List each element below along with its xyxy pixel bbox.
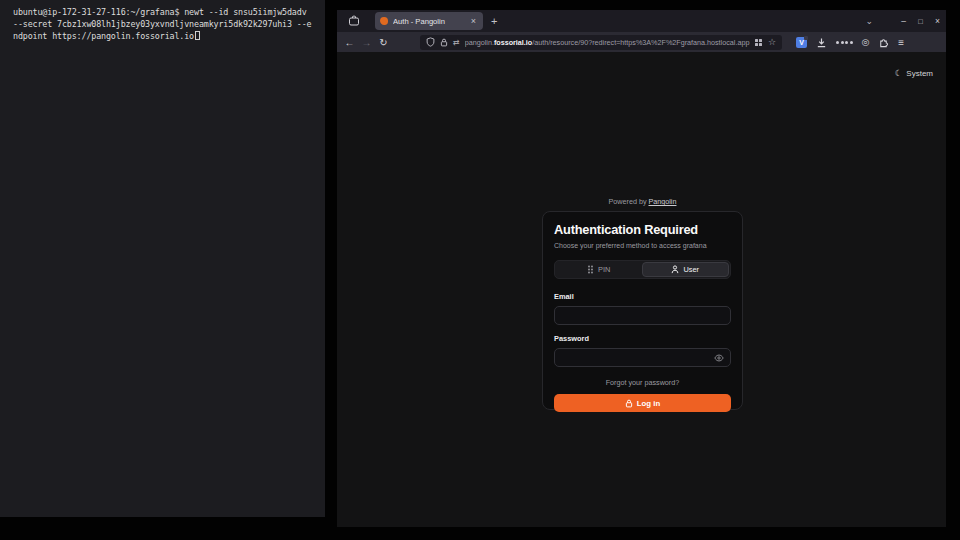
- back-button[interactable]: ←: [341, 37, 358, 48]
- terminal-cursor: [195, 31, 200, 40]
- email-field-wrap: [554, 306, 731, 325]
- card-title: Authentication Required: [554, 222, 731, 237]
- hamburger-menu-icon[interactable]: ≡: [898, 37, 904, 48]
- terminal-line: ndpoint https://pangolin.fossorial.io: [13, 30, 325, 42]
- moon-icon: ☾: [895, 68, 903, 78]
- pangolin-link[interactable]: Pangolin: [648, 197, 676, 206]
- email-label: Email: [554, 292, 731, 301]
- terminal-line: ubuntu@ip-172-31-27-116:~/grafana$ newt …: [13, 6, 325, 18]
- forward-button[interactable]: →: [358, 37, 375, 48]
- reload-button[interactable]: ↻: [375, 37, 392, 48]
- bookmark-star-icon[interactable]: ☆: [768, 37, 776, 47]
- password-label: Password: [554, 334, 731, 343]
- show-password-eye-icon[interactable]: [714, 354, 724, 362]
- forgot-password-link[interactable]: Forgot your password?: [554, 378, 731, 387]
- navigation-toolbar: ← → ↻ ⇄ pangolin.fossorial.io/auth/resou…: [337, 32, 946, 52]
- auth-card: Authentication Required Choose your pref…: [542, 211, 743, 410]
- page-content: ☾ System Powered by Pangolin Authenticat…: [337, 52, 946, 527]
- vimium-extension-icon[interactable]: V: [796, 37, 807, 48]
- browser-window: Auth - Pangolin × + ⌄ – □ × ← → ↻ ⇄ pang…: [337, 10, 946, 527]
- window-maximize-button[interactable]: □: [912, 17, 929, 26]
- tab-user-label: User: [683, 265, 699, 274]
- login-button[interactable]: Log in: [554, 394, 731, 412]
- extension-badge: [804, 36, 808, 40]
- email-field[interactable]: [561, 311, 724, 320]
- pangolin-favicon-icon: [380, 17, 388, 25]
- login-button-label: Log in: [637, 399, 660, 408]
- tracking-shield-icon[interactable]: [426, 37, 435, 47]
- privacy-circle-icon[interactable]: ◎: [862, 37, 870, 47]
- tab-user[interactable]: User: [642, 262, 730, 277]
- keypad-icon: [587, 265, 594, 274]
- url-text[interactable]: pangolin.fossorial.io/auth/resource/90?r…: [465, 35, 751, 50]
- password-field-wrap: [554, 348, 731, 367]
- theme-toggle-label: System: [906, 69, 933, 78]
- tab-close-icon[interactable]: ×: [469, 16, 478, 27]
- lock-icon[interactable]: [440, 38, 448, 47]
- window-minimize-button[interactable]: –: [895, 16, 912, 26]
- user-icon: [671, 265, 679, 274]
- card-subtitle: Choose your preferred method to access g…: [554, 242, 731, 249]
- tab-auth-pangolin[interactable]: Auth - Pangolin ×: [375, 12, 483, 30]
- password-field[interactable]: [561, 353, 714, 362]
- terminal-line: --secret 7cbz1xw08lh1jbzey03yxvndljvneam…: [13, 18, 325, 30]
- toolbar-extensions: V ◎ ≡: [796, 37, 913, 48]
- account-dots-icon[interactable]: [836, 41, 853, 44]
- window-close-button[interactable]: ×: [929, 16, 946, 26]
- powered-by: Powered by Pangolin: [542, 197, 743, 206]
- auth-method-tabs: PIN User: [554, 260, 731, 279]
- exchange-arrows-icon: ⇄: [453, 38, 460, 47]
- extensions-puzzle-icon[interactable]: [878, 37, 889, 48]
- downloads-icon[interactable]: [816, 37, 827, 48]
- firefox-view-icon[interactable]: [348, 15, 360, 27]
- tab-pin[interactable]: PIN: [556, 262, 642, 277]
- theme-toggle[interactable]: ☾ System: [895, 68, 933, 78]
- url-bar[interactable]: ⇄ pangolin.fossorial.io/auth/resource/90…: [420, 35, 782, 50]
- login-lock-icon: [625, 399, 633, 408]
- tab-title: Auth - Pangolin: [393, 17, 469, 26]
- list-tabs-chevron-icon[interactable]: ⌄: [865, 16, 873, 26]
- terminal-window[interactable]: ubuntu@ip-172-31-27-116:~/grafana$ newt …: [0, 0, 325, 517]
- tab-pin-label: PIN: [598, 265, 610, 274]
- new-tab-button[interactable]: +: [491, 15, 497, 27]
- tab-bar: Auth - Pangolin × + ⌄ – □ ×: [337, 10, 946, 32]
- container-grid-icon[interactable]: [755, 39, 762, 46]
